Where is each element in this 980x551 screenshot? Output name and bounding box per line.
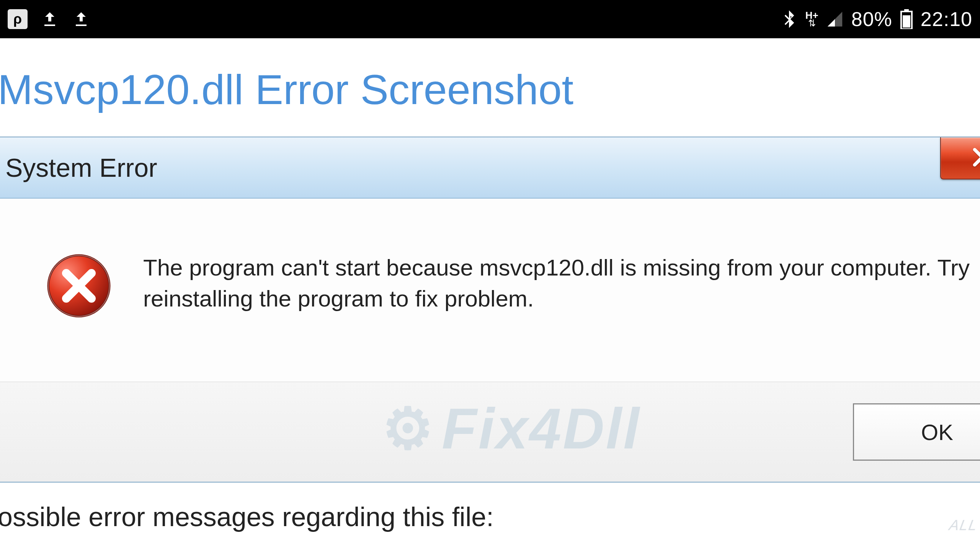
corner-watermark: ALL bbox=[948, 517, 979, 533]
dialog-title: System Error bbox=[5, 153, 157, 183]
dialog-titlebar: System Error bbox=[0, 137, 980, 199]
watermark-text: ⚙Fix4Dll bbox=[382, 395, 641, 462]
webpage-content: Msvcp120.dll Error Screenshot System Err… bbox=[0, 38, 980, 532]
battery-percent: 80% bbox=[851, 8, 892, 31]
gear-icon: ⚙ bbox=[382, 396, 435, 461]
android-status-bar: ρ H+ ⇅ 80% 22:10 bbox=[0, 0, 980, 38]
dialog-body: The program can't start because msvcp120… bbox=[0, 199, 980, 382]
battery-icon bbox=[900, 9, 913, 29]
error-icon bbox=[45, 252, 113, 321]
ok-button[interactable]: OK bbox=[853, 403, 980, 461]
clock: 22:10 bbox=[921, 8, 972, 31]
svg-rect-2 bbox=[903, 15, 910, 28]
upload-icon bbox=[72, 10, 90, 28]
app-notification-icon: ρ bbox=[8, 9, 28, 29]
close-button[interactable] bbox=[940, 137, 980, 179]
signal-icon bbox=[826, 10, 844, 28]
system-error-dialog: System Error bbox=[0, 137, 980, 483]
mobile-data-icon: H+ ⇅ bbox=[805, 11, 818, 27]
upload-icon bbox=[41, 10, 59, 28]
dialog-footer: ⚙Fix4Dll OK bbox=[0, 382, 980, 482]
error-dialog-image: System Error bbox=[0, 137, 980, 483]
page-title: Msvcp120.dll Error Screenshot bbox=[0, 38, 980, 129]
status-left-group: ρ bbox=[8, 9, 90, 29]
close-icon bbox=[971, 146, 980, 170]
bluetooth-icon bbox=[780, 10, 798, 28]
status-right-group: H+ ⇅ 80% 22:10 bbox=[780, 8, 972, 31]
dialog-message: The program can't start because msvcp120… bbox=[143, 252, 970, 314]
truncated-body-text: ossible error messages regarding this fi… bbox=[0, 483, 980, 532]
